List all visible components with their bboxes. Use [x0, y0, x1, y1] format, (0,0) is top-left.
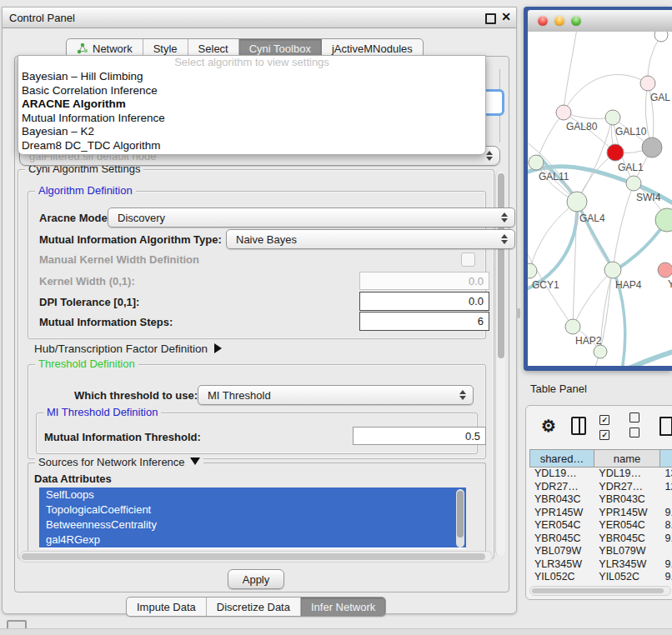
algorithm-definition-title: Algorithm Definition — [35, 184, 136, 198]
column-header-shared-name[interactable]: shared… — [529, 449, 594, 468]
mi-threshold-input[interactable]: 0.5 — [353, 427, 486, 445]
mi-threshold-label: Mutual Information Threshold: — [44, 431, 201, 443]
table-cell: 13 — [659, 468, 672, 481]
manual-kernel-checkbox[interactable] — [461, 252, 475, 267]
settings-vscrollbar-thumb[interactable] — [498, 173, 504, 358]
zoom-traffic-light-icon[interactable] — [571, 16, 581, 26]
network-node[interactable] — [642, 138, 662, 158]
network-node-swi4[interactable] — [626, 176, 641, 191]
network-node-hap4[interactable] — [604, 262, 621, 278]
table-cell — [659, 493, 672, 507]
tab-infer-network[interactable]: Infer Network — [301, 598, 385, 616]
table-row[interactable]: YBL079WYBL079W — [529, 545, 672, 558]
network-node-label: GCY1 — [532, 279, 559, 291]
table-hscrollbar[interactable] — [529, 586, 671, 596]
tab-impute-data[interactable]: Impute Data — [127, 598, 207, 616]
table-row[interactable]: YDR27…YDR27…12 — [529, 481, 672, 494]
table-row[interactable]: YIL052CYIL052C9. — [529, 571, 672, 584]
sources-group-title[interactable]: Sources for Network Inference — [35, 456, 203, 469]
hub-definition-label[interactable]: Hub/Transcription Factor Definition — [34, 342, 222, 355]
column-header-name[interactable]: name — [594, 449, 660, 468]
network-node-gcy1[interactable] — [528, 263, 537, 278]
table-row[interactable]: YBR045CYBR045C9. — [529, 532, 672, 546]
collapse-down-icon[interactable] — [190, 458, 200, 465]
which-threshold-combo[interactable]: MI Threshold — [198, 385, 474, 405]
table-cell: YDL19… — [529, 468, 594, 481]
network-node[interactable] — [654, 32, 668, 42]
node-table: shared… name A YDL19…YDL19…13YDR27…YDR27… — [529, 449, 672, 584]
algorithm-option[interactable]: Dream8 DC_TDC Algorithm — [18, 139, 485, 153]
table-row[interactable]: YBR043CYBR043C — [529, 493, 672, 507]
attribute-item-selected[interactable]: gal4RGexp — [39, 532, 466, 548]
network-window-titlebar[interactable] — [528, 10, 672, 32]
network-node[interactable] — [655, 208, 672, 232]
network-edge-thick — [607, 347, 672, 366]
table-hscrollbar-thumb[interactable] — [532, 588, 664, 593]
table-cell: 8. — [659, 519, 672, 532]
column-header-extra[interactable]: A — [660, 449, 672, 468]
expand-right-icon[interactable] — [214, 343, 222, 353]
network-edge — [564, 74, 648, 112]
combo-stepper-icon — [501, 233, 508, 245]
network-node-label: GAL11 — [539, 171, 569, 182]
table-cell: 9. — [659, 571, 672, 584]
apply-button-label: Apply — [243, 573, 270, 586]
attribute-item-selected[interactable]: BetweennessCentrality — [39, 518, 466, 532]
manual-kernel-label: Manual Kernel Width Definition — [39, 253, 199, 266]
network-node-gal10[interactable] — [605, 110, 620, 125]
close-icon[interactable]: ✕ — [501, 10, 511, 23]
close-traffic-light-icon[interactable] — [538, 16, 548, 26]
deselect-all-checkboxes-icon[interactable] — [629, 411, 649, 441]
float-icon[interactable] — [485, 13, 496, 24]
kernel-width-label: Kernel Width (0,1): — [39, 275, 135, 288]
minimize-traffic-light-icon[interactable] — [554, 16, 564, 26]
network-node-gal4[interactable] — [567, 192, 587, 212]
apply-button[interactable]: Apply — [228, 569, 284, 589]
dpi-tolerance-input[interactable]: 0.0 — [359, 292, 489, 311]
document-icon[interactable] — [659, 417, 672, 436]
control-panel-titlebar[interactable]: Control Panel ✕ — [3, 8, 516, 28]
algorithm-option[interactable]: Bayesian – Hill Climbing — [18, 70, 485, 84]
network-view-window: GALGAL80GAL10GAL1GAL11SWI4GAL4GCY1HAP4YH… — [524, 7, 672, 371]
settings-hscrollbar[interactable] — [19, 551, 493, 562]
table-row[interactable]: YDL19…YDL19…13 — [529, 468, 672, 481]
network-node-gal80[interactable] — [556, 105, 571, 120]
table-row[interactable]: YPR145WYPR145W9. — [529, 507, 672, 520]
panel-divider-grip[interactable] — [516, 308, 520, 318]
network-canvas[interactable]: GALGAL80GAL10GAL1GAL11SWI4GAL4GCY1HAP4YH… — [528, 32, 672, 366]
gear-icon[interactable]: ⚙ — [541, 418, 556, 434]
network-node-gal1[interactable] — [607, 144, 624, 161]
table-row[interactable]: YER054CYER054C8. — [529, 519, 672, 532]
algorithm-option[interactable]: Mutual Information Inference — [18, 112, 485, 126]
network-node-y[interactable] — [658, 262, 672, 278]
network-node-label: SWI4 — [636, 192, 661, 203]
network-node[interactable] — [594, 345, 607, 358]
mi-type-value: Naive Bayes — [236, 233, 297, 246]
algorithm-dropdown-list: Bayesian – Hill ClimbingBasic Correlatio… — [18, 70, 485, 152]
algorithm-option[interactable]: Basic Correlation Inference — [18, 84, 485, 98]
mi-steps-input[interactable]: 6 — [359, 312, 489, 331]
network-node-gal[interactable] — [640, 76, 655, 91]
aracne-mode-value: Discovery — [118, 212, 165, 224]
attribute-item-selected[interactable]: SelfLoops — [39, 488, 466, 502]
network-node-gal11[interactable] — [529, 155, 544, 170]
dpi-tolerance-label: DPI Tolerance [0,1]: — [39, 296, 139, 308]
attribute-item-selected[interactable]: TopologicalCoefficient — [39, 502, 466, 518]
attributes-vscrollbar-thumb[interactable] — [457, 491, 464, 538]
select-all-checkboxes-icon[interactable]: ✓✓ — [599, 411, 619, 441]
mi-type-combo[interactable]: Naive Bayes — [226, 229, 515, 249]
table-cell: YDL19… — [594, 468, 659, 481]
mi-steps-label: Mutual Information Steps: — [39, 316, 173, 328]
settings-hscrollbar-thumb[interactable] — [22, 553, 485, 560]
table-row[interactable]: YLR345WYLR345W9. — [529, 558, 672, 572]
network-node-hap2[interactable] — [565, 319, 580, 334]
algorithm-option[interactable]: ARACNE Algorithm — [18, 98, 485, 112]
columns-icon[interactable] — [571, 417, 586, 435]
kernel-width-input[interactable]: 0.0 — [359, 272, 489, 290]
table-cell: YBR045C — [594, 532, 659, 546]
attributes-vscrollbar[interactable] — [456, 489, 464, 548]
tab-discretize-data[interactable]: Discretize Data — [207, 598, 301, 616]
table-cell — [659, 545, 672, 558]
algorithm-option[interactable]: Bayesian – K2 — [18, 125, 485, 139]
aracne-mode-combo[interactable]: Discovery — [108, 208, 515, 228]
